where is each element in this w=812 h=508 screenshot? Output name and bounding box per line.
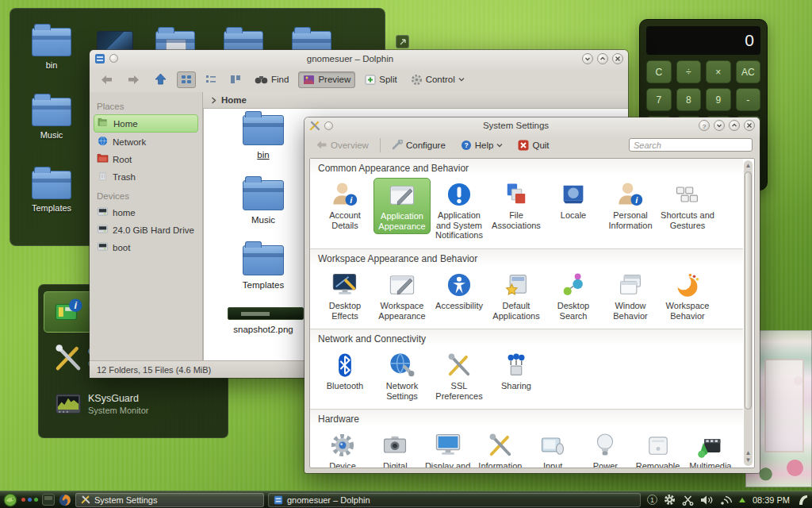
calc-key-×[interactable]: × — [706, 60, 731, 83]
calc-key--[interactable]: - — [736, 88, 761, 111]
close-button[interactable] — [744, 120, 755, 131]
close-button[interactable] — [612, 53, 623, 64]
minimize-button[interactable] — [714, 120, 725, 131]
file-templates[interactable]: Templates — [228, 245, 299, 290]
settings-tile-desktop-effects[interactable]: Desktop Effects — [316, 268, 373, 323]
settings-tile-personal-information[interactable]: iPersonal Information — [602, 178, 659, 233]
settings-tile-workspace-appearance[interactable]: Workspace Appearance — [373, 268, 431, 323]
settings-tile-workspace-behavior[interactable]: Workspace Behavior — [659, 268, 716, 323]
control-button[interactable]: Control — [407, 71, 469, 88]
calc-key-÷[interactable]: ÷ — [676, 60, 702, 83]
activity-dots-icon[interactable] — [21, 498, 38, 502]
back-button[interactable] — [96, 71, 117, 88]
up-button[interactable] — [150, 71, 171, 88]
settings-tile-display-and-monit-[interactable]: Display and Monit... — [422, 429, 474, 468]
find-button[interactable]: Find — [251, 72, 293, 87]
place-item-network[interactable]: Network — [94, 133, 198, 150]
calc-key-C[interactable]: C — [646, 60, 672, 83]
scrollbar[interactable]: ▲ ▲ ▼ — [744, 160, 753, 466]
minimize-button[interactable] — [582, 53, 593, 64]
settings-tile-information-sources[interactable]: Information Sources — [474, 429, 527, 468]
settings-tile-default-applications[interactable]: Default Applications — [488, 268, 545, 323]
help-menu-button[interactable]: ? Help — [457, 137, 508, 153]
volume-icon[interactable] — [700, 495, 713, 506]
maximize-button[interactable] — [597, 53, 608, 64]
settings-tile-application-and-system-notifications[interactable]: Application and System Notifications — [431, 178, 488, 243]
place-label: Root — [113, 155, 132, 164]
settings-tile-ssl-preferences[interactable]: SSL Preferences — [431, 348, 488, 403]
maximize-button[interactable] — [729, 120, 740, 131]
desktop-icon-templates[interactable]: Templates — [23, 171, 80, 213]
file-snapshot2-png[interactable]: snapshot2.png — [228, 307, 299, 334]
panel-cashew-icon[interactable] — [796, 494, 809, 506]
window-menu-icon[interactable] — [109, 54, 118, 63]
place-item-home[interactable]: home — [94, 204, 198, 221]
calc-key-7[interactable]: 7 — [646, 88, 672, 111]
launcher-item-ksysguard[interactable]: KSysGuardSystem Monitor — [44, 385, 223, 426]
search-input[interactable] — [629, 138, 753, 152]
settings-tile-application-appearance[interactable]: Application Appearance — [373, 178, 431, 234]
task-system-settings[interactable]: System Settings — [75, 493, 264, 507]
firefox-icon[interactable] — [59, 494, 71, 506]
forward-button[interactable] — [123, 71, 144, 88]
notification-badge[interactable]: 1 — [647, 495, 657, 505]
settings-tile-accessibility[interactable]: Accessibility — [431, 268, 488, 314]
settings-tile-sharing[interactable]: Sharing — [488, 348, 545, 394]
place-item-boot[interactable]: boot — [94, 239, 198, 256]
desktop-icon-music[interactable]: Music — [23, 98, 80, 140]
breadcrumb-current[interactable]: Home — [221, 95, 247, 105]
settings-tile-network-settings[interactable]: Network Settings — [373, 348, 431, 403]
task-dolphin[interactable]: gnomesuer – Dolphin — [268, 493, 641, 507]
window-menu-icon[interactable] — [324, 121, 333, 130]
settings-tile-locale[interactable]: Locale — [545, 178, 602, 223]
settings-tile-device-actions[interactable]: Device Actions — [316, 429, 369, 468]
widget-resize-handle-icon[interactable] — [396, 35, 409, 48]
desktop-icon-bin[interactable]: bin — [23, 28, 80, 70]
updates-gear-icon[interactable] — [664, 494, 676, 506]
settings-tile-file-associations[interactable]: File Associations — [488, 178, 545, 233]
settings-tile-digital-camera[interactable]: Digital Camera — [369, 429, 421, 468]
place-item-home[interactable]: Home — [94, 114, 198, 133]
help-button[interactable]: ? — [699, 120, 710, 131]
details-view-button[interactable] — [201, 71, 220, 88]
settings-tile-account-details[interactable]: iAccount Details — [316, 178, 373, 233]
calc-key-AC[interactable]: AC — [736, 60, 761, 83]
calc-key-8[interactable]: 8 — [676, 88, 702, 111]
application-launcher-icon[interactable] — [3, 493, 17, 507]
klipper-scissors-icon[interactable] — [682, 495, 694, 506]
scroll-up-icon[interactable]: ▲ — [744, 163, 753, 169]
network-signal-icon[interactable] — [719, 495, 732, 506]
settings-tile-bluetooth[interactable]: Bluetooth — [316, 348, 373, 394]
calc-key-9[interactable]: 9 — [706, 88, 731, 111]
settings-tile-multimedia[interactable]: Multimedia — [684, 429, 737, 468]
scroll-up2-icon[interactable]: ▲ — [744, 450, 753, 456]
place-item-trash[interactable]: Trash — [94, 168, 198, 185]
place-item-24-0-gib-hard-drive[interactable]: 24.0 GiB Hard Drive — [94, 221, 198, 238]
file-bin[interactable]: bin — [228, 115, 299, 160]
settings-tile-power-management[interactable]: Power Management — [579, 429, 631, 468]
settings-tile-window-behavior[interactable]: Window Behavior — [602, 268, 659, 323]
scrollbar-thumb[interactable] — [745, 171, 752, 410]
statusbar-text: 12 Folders, 15 Files (4.6 MiB) — [97, 365, 211, 375]
pager-widget[interactable] — [42, 494, 55, 506]
quit-button[interactable]: Quit — [514, 137, 553, 153]
tray-expand-icon[interactable] — [738, 497, 746, 503]
breadcrumb[interactable]: Home — [203, 92, 628, 109]
icons-view-button[interactable] — [177, 71, 196, 88]
dolphin-titlebar[interactable]: gnomesuer – Dolphin — [90, 50, 628, 67]
configure-button[interactable]: Configure — [388, 137, 450, 152]
settings-tile-label: File Associations — [488, 210, 544, 230]
settings-tile-input-devices[interactable]: Input Devices — [527, 429, 579, 468]
file-music[interactable]: Music — [228, 180, 299, 225]
overview-button[interactable]: Overview — [312, 137, 373, 152]
preview-button[interactable]: Preview — [298, 71, 355, 88]
columns-view-button[interactable] — [226, 71, 245, 88]
clock[interactable]: 08:39 PM — [753, 495, 790, 505]
settings-tile-desktop-search[interactable]: Desktop Search — [545, 268, 602, 323]
split-button[interactable]: Split — [361, 72, 400, 87]
system-settings-titlebar[interactable]: System Settings ? — [304, 117, 760, 133]
scroll-down-icon[interactable]: ▼ — [744, 457, 753, 464]
settings-tile-removable-devices[interactable]: Removable Devices — [632, 429, 684, 468]
place-item-root[interactable]: Root — [94, 151, 198, 167]
settings-tile-shortcuts-and-gestures[interactable]: Shortcuts and Gestures — [659, 178, 716, 233]
